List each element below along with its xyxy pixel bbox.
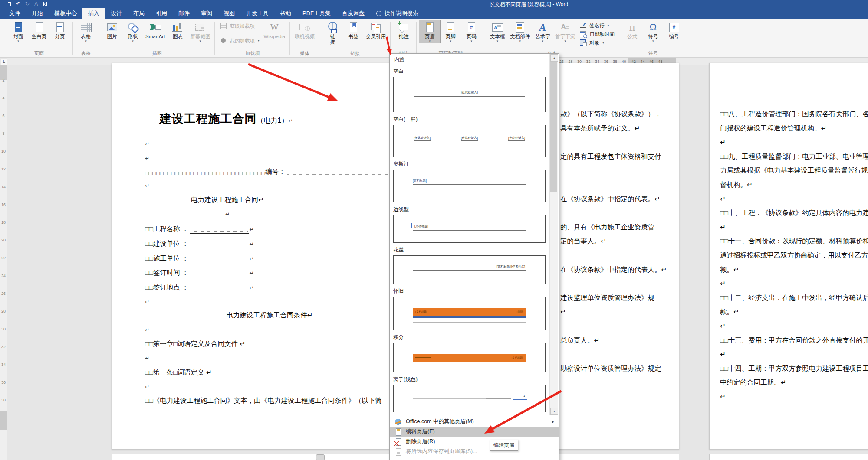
tab-home[interactable]: 开始 [26,8,49,19]
tab-file[interactable]: 文件 [3,8,26,19]
date-time-button[interactable]: 日期和时间 [578,30,616,38]
button-label: 空白页 [32,34,47,39]
tab-template-center[interactable]: 模板中心 [49,8,82,19]
signature-line-icon [579,22,587,29]
header-style-sideline[interactable]: 边线型 [文档标题] [393,206,547,243]
page-break-icon [54,21,66,33]
button-label: 公式 [627,34,637,39]
shapes-button[interactable]: 形状 ▾ [122,20,143,43]
document-page-6[interactable] [709,454,868,460]
header-style-blank-three-columns[interactable]: 空白(三栏) [在此处键入] [在此处键入] [在此处键入] [393,116,547,157]
placeholder-boxes: □□□□□□□□□□□□□□□□□□□□□□□□□□□□□□□□ [145,170,265,176]
tab-design[interactable]: 设计 [105,8,128,19]
header-style-austin[interactable]: 奥斯汀 [文档标题] [393,160,547,202]
chevron-down-icon: ▾ [652,39,654,43]
accent-bar [513,399,527,400]
page-number-hint: 1 [523,394,525,397]
quick-parts-button[interactable]: 文档部件 ▾ [508,20,532,43]
menu-item-more-headers-from-office[interactable]: Office.com 中的其他页眉(M) ▸ [390,417,559,427]
page-3-text: □□八、工程造价管理部门：国务院各有关部门、各级建设 门授权的建设工程造价管理机… [720,107,868,404]
gallery-item-label: 空白 [393,68,547,75]
window-title: 长文档不同页眉 [兼容模式] - Word [490,1,568,8]
tab-review[interactable]: 审阅 [195,8,218,19]
picture-button[interactable]: 图片 [102,20,122,39]
scroll-up-icon[interactable]: ▲ [550,54,558,62]
fill-in-blank[interactable] [190,270,249,277]
tab-insert[interactable]: 插入 [82,8,105,19]
fill-in-blank[interactable] [190,226,249,234]
cross-reference-button[interactable]: 交叉引用 [364,20,388,39]
button-label: 页眉 [425,34,435,39]
comment-button[interactable]: 批注 [393,20,414,39]
tab-pdf-tools[interactable]: PDF工具集 [297,8,336,19]
chart-button[interactable]: 图表 [167,20,188,39]
document-page-4[interactable] [112,454,434,460]
screenshot-icon [194,21,206,33]
tab-baidu-pan[interactable]: 百度网盘 [336,8,370,19]
object-button[interactable]: 对象 ▾ [578,39,616,47]
body-paragraph: □□《电力建设工程施工合同》文本，由《电力建设工程施工合同条件》（以下简 [145,396,382,405]
tab-references[interactable]: 引用 [150,8,173,19]
wordart-button[interactable]: A 艺术字 ▾ [532,20,553,43]
tab-view[interactable]: 视图 [218,8,240,19]
ribbon-group-comments: 批注 批注 [391,19,417,57]
header-style-integral[interactable]: 积分 [文档标题] [393,334,547,372]
menu-item-edit-header[interactable]: 编辑页眉(E) [390,427,559,437]
document-page-1[interactable]: 建设工程施工合同（电力1）↵ ↵ ↵ □□□□□□□□□□□□□□□□□□□□□… [112,63,434,450]
header-button[interactable]: 页眉 ▾ [419,20,440,43]
page-break-button[interactable]: 分页 [49,20,70,39]
link-icon [326,21,339,33]
header-style-blank[interactable]: 空白 [在此处键入] [393,68,547,112]
vertical-ruler[interactable]: 2 4 6 8 10 12 14 16 18 20 22 24 26 28 30… [0,65,7,460]
menu-item-label: 编辑页眉(E) [406,428,435,435]
tab-help[interactable]: 帮助 [274,8,297,19]
scroll-down-icon[interactable]: ▼ [550,408,558,415]
smartart-button[interactable]: SmartArt [143,20,167,39]
number-button[interactable]: # 编号 [664,20,684,39]
tab-stop-selector[interactable]: L [1,59,7,65]
button-label: Wikipedia [263,34,285,39]
placeholder-hint: [在此处键入] [414,136,431,141]
page-number-button[interactable]: # 页码 ▾ [461,20,482,43]
tell-me-search[interactable]: 操作说明搜索 [376,8,418,19]
table-button[interactable]: 表格 ▾ [76,20,96,43]
group-name-tables: 表格 [76,51,96,57]
menu-item-remove-header[interactable]: 删除页眉(R) [390,437,559,447]
print-preview-icon[interactable] [43,1,48,7]
header-style-retrospect[interactable]: 怀旧 [文档标题] [日期] [393,287,547,330]
scrollbar-thumb[interactable] [550,62,557,192]
save-icon[interactable] [6,1,11,7]
cover-page-button[interactable]: 封面 ▾ [8,20,29,43]
redo-icon[interactable]: ↻ [25,1,30,7]
document-page-3[interactable]: □□八、工程造价管理部门：国务院各有关部门、各级建设 门授权的建设工程造价管理机… [709,63,868,450]
word-window: ↶ ↻ A 长文档不同页眉 [兼容模式] - Word 文件 开始 模板中心 插… [0,0,868,460]
symbol-button[interactable]: Ω 符号 ▾ [643,20,664,43]
gallery-item-preview: [在此处键入] [在此处键入] [在此处键入] [393,125,546,157]
text-box-button[interactable]: A 文本框 ▾ [487,20,508,43]
bookmark-button[interactable]: 书签 [343,20,364,39]
format-font-icon[interactable]: A [34,1,38,7]
letter-a-glyph: A [556,21,571,33]
quick-access-toolbar: ↶ ↻ A [6,1,48,7]
preview-frame [398,173,541,203]
gallery-scrollbar[interactable]: ▲ ▼ [549,54,558,415]
preview-rule [413,366,526,366]
my-addins-icon [220,37,227,45]
ribbon: 封面 ▾ 空白页 分页 页面 表格 ▾ [0,19,868,58]
tab-developer[interactable]: 开发工具 [240,8,274,19]
signature-line-button[interactable]: 签名行 ▾ [578,22,616,29]
header-style-filigree[interactable]: 花丝 [文档标题]|[作者姓名] [393,246,547,284]
undo-icon[interactable]: ↶ [16,1,20,7]
fill-in-blank[interactable] [190,255,249,263]
tab-layout[interactable]: 布局 [128,8,150,19]
footer-button[interactable]: 页脚 ▾ [440,20,461,43]
group-name-symbols: 符号 [622,51,684,57]
gallery-item-preview: [在此处键入] [393,77,546,112]
link-button[interactable]: 链 接 [322,20,343,45]
fill-in-blank[interactable] [190,284,249,292]
tab-mailings[interactable]: 邮件 [173,8,195,19]
fill-in-blank[interactable] [190,241,249,248]
button-label: 联机视频 [295,34,315,39]
header-style-ion-light[interactable]: 离子(浅色) 1 [393,376,547,412]
blank-page-button[interactable]: 空白页 [29,20,49,39]
